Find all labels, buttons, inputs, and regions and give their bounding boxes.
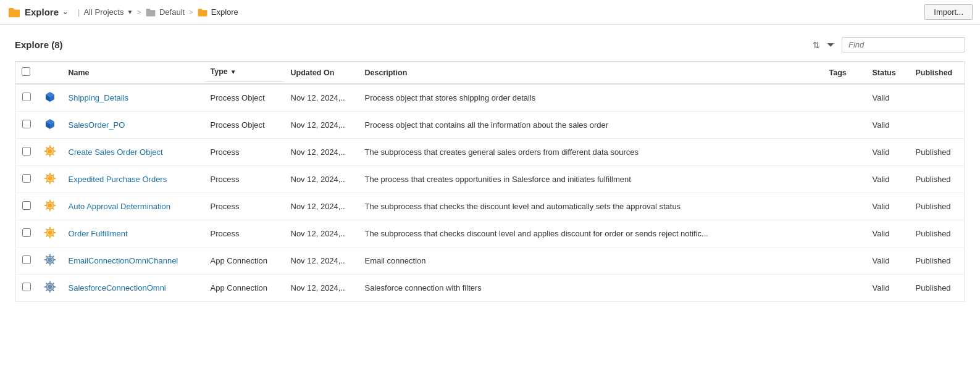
header-tags: Tags — [823, 62, 866, 85]
row-checkbox[interactable] — [22, 201, 31, 210]
row-icon-cell — [38, 275, 62, 302]
svg-point-2 — [48, 150, 51, 153]
row-tags-cell — [823, 139, 866, 166]
row-status-cell: Valid — [866, 247, 910, 275]
row-updated-cell: Nov 12, 2024,.. — [285, 247, 359, 275]
table-row: SalesOrder_POProcess ObjectNov 12, 2024,… — [15, 112, 965, 139]
row-checkbox-cell — [15, 275, 38, 302]
row-name-cell: SalesforceConnectionOmni — [62, 275, 204, 302]
header-name: Name — [62, 62, 204, 85]
row-checkbox[interactable] — [22, 174, 31, 183]
row-description-cell: The subprocess that checks the discount … — [359, 193, 823, 220]
row-icon-cell — [38, 166, 62, 193]
row-name-link[interactable]: SalesOrder_PO — [69, 120, 125, 130]
row-updated-cell: Nov 12, 2024,.. — [285, 166, 359, 193]
table-header: Name Type ▼ Updated On Description Tags … — [15, 62, 965, 85]
row-published-cell: Published — [910, 139, 965, 166]
row-updated-cell: Nov 12, 2024,.. — [285, 275, 359, 302]
row-status-cell: Valid — [866, 220, 910, 247]
row-checkbox[interactable] — [22, 283, 31, 291]
header-checkbox[interactable] — [22, 67, 30, 76]
header-type[interactable]: Type ▼ — [204, 62, 285, 82]
row-type-cell: App Connection — [204, 247, 285, 275]
nav-right-section: Import... — [924, 4, 973, 20]
process-icon — [44, 204, 56, 214]
main-content: Explore (8) ⇅ ⏷ Name Type ▼ — [0, 25, 980, 314]
row-icon-cell — [38, 247, 62, 275]
svg-point-8 — [48, 204, 51, 207]
row-icon-cell — [38, 139, 62, 166]
row-description-cell: The process that creates opportunities i… — [359, 166, 823, 193]
row-published-cell: Published — [910, 275, 965, 302]
process-object-icon — [44, 96, 56, 105]
row-checkbox-cell — [15, 166, 38, 193]
table-row: Create Sales Order ObjectProcessNov 12, … — [15, 139, 965, 166]
top-navigation: Explore ⌄ | All Projects ▼ > Default > E… — [0, 0, 980, 25]
header-icon-col — [38, 62, 62, 85]
toolbar-actions: ⇅ ⏷ — [813, 37, 965, 52]
table-row: Auto Approval DeterminationProcessNov 12… — [15, 193, 965, 220]
row-checkbox-cell — [15, 220, 38, 247]
process-object-icon — [44, 123, 56, 132]
row-name-link[interactable]: Auto Approval Determination — [69, 202, 170, 211]
header-published: Published — [910, 62, 965, 85]
row-checkbox-cell — [15, 139, 38, 166]
row-type-cell: Process — [204, 220, 285, 247]
breadcrumb-default[interactable]: Default — [145, 7, 185, 18]
table-row: Shipping_DetailsProcess ObjectNov 12, 20… — [15, 84, 965, 112]
explore-folder-icon — [197, 7, 208, 18]
row-name-link[interactable]: Shipping_Details — [69, 93, 129, 102]
svg-point-11 — [48, 231, 51, 234]
toolbar: Explore (8) ⇅ ⏷ — [15, 37, 965, 52]
row-checkbox[interactable] — [22, 147, 31, 155]
row-checkbox[interactable] — [22, 255, 31, 264]
row-checkbox-cell — [15, 247, 38, 275]
filter-button[interactable]: ⏷ — [826, 39, 836, 50]
row-name-cell: EmailConnectionOmniChannel — [62, 247, 204, 275]
breadcrumb-sep-1: | — [78, 7, 80, 17]
app-connection-icon — [44, 286, 56, 295]
breadcrumb-explore[interactable]: Explore — [197, 7, 238, 18]
filter-icon: ⏷ — [826, 39, 836, 50]
row-name-link[interactable]: SalesforceConnectionOmni — [69, 283, 166, 292]
row-type-cell: App Connection — [204, 275, 285, 302]
brand-section: Explore ⌄ — [7, 6, 68, 19]
row-updated-cell: Nov 12, 2024,.. — [285, 193, 359, 220]
breadcrumb-sep-2: > — [136, 7, 141, 17]
row-checkbox-cell — [15, 193, 38, 220]
row-published-cell: Published — [910, 247, 965, 275]
import-button[interactable]: Import... — [924, 4, 973, 20]
process-icon — [44, 150, 56, 159]
sort-icon: ⇅ — [813, 40, 820, 50]
row-checkbox[interactable] — [22, 93, 31, 101]
row-name-link[interactable]: Create Sales Order Object — [69, 147, 163, 157]
row-name-cell: Shipping_Details — [62, 84, 204, 112]
header-checkbox-col — [15, 62, 38, 85]
row-type-cell: Process — [204, 139, 285, 166]
brand-chevron-icon[interactable]: ⌄ — [62, 8, 68, 16]
row-checkbox-cell — [15, 112, 38, 139]
row-type-cell: Process — [204, 193, 285, 220]
row-updated-cell: Nov 12, 2024,.. — [285, 84, 359, 112]
row-name-link[interactable]: Expedited Purchase Orders — [69, 175, 167, 184]
row-name-cell: Expedited Purchase Orders — [62, 166, 204, 193]
row-description-cell: Email connection — [359, 247, 823, 275]
find-input[interactable] — [842, 37, 965, 52]
row-checkbox[interactable] — [22, 228, 31, 237]
row-checkbox[interactable] — [22, 120, 31, 128]
data-table: Name Type ▼ Updated On Description Tags … — [15, 61, 965, 302]
header-updated-on: Updated On — [285, 62, 359, 85]
all-projects-dropdown-icon[interactable]: ▼ — [127, 9, 133, 15]
row-published-cell: Published — [910, 220, 965, 247]
row-icon-cell — [38, 112, 62, 139]
sort-button[interactable]: ⇅ — [813, 40, 820, 50]
row-name-link[interactable]: Order Fulfillment — [69, 229, 128, 238]
row-tags-cell — [823, 193, 866, 220]
row-icon-cell — [38, 84, 62, 112]
breadcrumb-all-projects[interactable]: All Projects ▼ — [83, 7, 133, 17]
row-updated-cell: Nov 12, 2024,.. — [285, 220, 359, 247]
brand-label: Explore — [25, 7, 59, 17]
table-row: Expedited Purchase OrdersProcessNov 12, … — [15, 166, 965, 193]
svg-point-14 — [48, 259, 51, 262]
row-name-link[interactable]: EmailConnectionOmniChannel — [69, 256, 178, 265]
